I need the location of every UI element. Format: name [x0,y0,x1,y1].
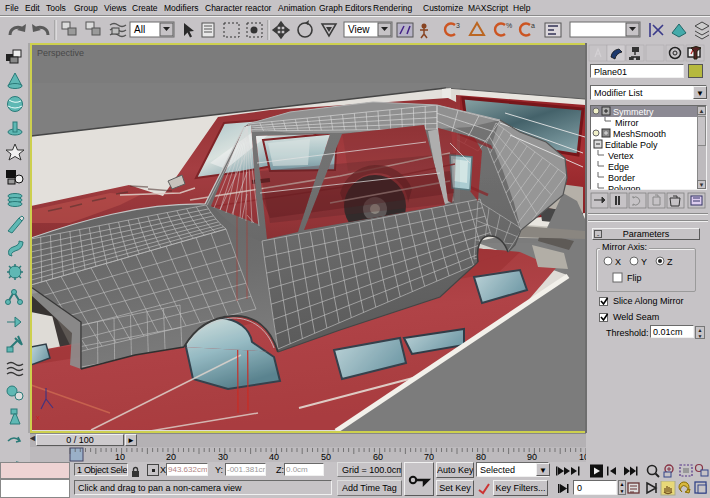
svg-text:40: 40 [269,452,279,462]
svg-text:%: % [506,22,512,29]
svg-text:Flip: Flip [627,273,642,283]
svg-text:30: 30 [218,452,228,462]
svg-text:3: 3 [456,22,460,29]
svg-text:Y: Y [641,257,647,267]
svg-text:Symmetry: Symmetry [613,107,654,117]
svg-text:View: View [348,24,370,35]
svg-text:a: a [531,22,535,29]
svg-text:X: X [615,257,621,267]
svg-text:50: 50 [321,452,331,462]
svg-text:Vertex: Vertex [608,151,634,161]
svg-text:Edge: Edge [608,162,629,172]
svg-text:Z: Z [667,257,673,267]
svg-text:All: All [134,24,145,35]
svg-text:x: x [36,413,40,422]
svg-text:10: 10 [115,452,125,462]
svg-text:70: 70 [424,452,434,462]
svg-text:Perspective: Perspective [37,48,84,58]
svg-text:Border: Border [608,173,635,183]
svg-text:80: 80 [476,452,486,462]
svg-text:90: 90 [527,452,537,462]
svg-text:20: 20 [166,452,176,462]
svg-text:60: 60 [373,452,383,462]
svg-text:Polygon: Polygon [608,184,641,191]
svg-text:MeshSmooth: MeshSmooth [613,129,666,139]
svg-text:Mirror: Mirror [615,118,639,128]
svg-text:Editable Poly: Editable Poly [605,140,658,150]
